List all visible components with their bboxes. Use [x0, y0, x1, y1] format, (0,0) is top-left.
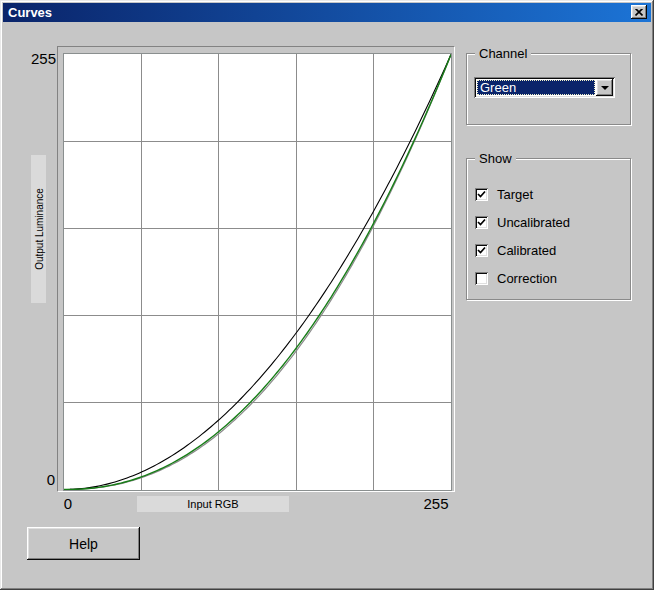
- target-checkbox[interactable]: [475, 188, 488, 201]
- x-axis-min-tick: 0: [60, 495, 76, 512]
- close-button[interactable]: [631, 5, 647, 19]
- show-group-label: Show: [475, 151, 516, 166]
- window-title: Curves: [3, 5, 52, 20]
- x-axis-max-tick: 255: [421, 495, 451, 512]
- x-axis-label: Input RGB: [137, 496, 289, 512]
- curves-plot-svg: [64, 54, 451, 490]
- channel-dropdown[interactable]: Green: [474, 77, 615, 98]
- check-icon: [475, 216, 488, 229]
- help-button[interactable]: Help: [27, 527, 140, 560]
- curve-target: [64, 55, 451, 490]
- checkbox-row-calibrated[interactable]: Calibrated: [475, 243, 556, 257]
- uncalibrated-checkbox-label: Uncalibrated: [488, 215, 570, 230]
- titlebar[interactable]: Curves: [3, 3, 651, 22]
- curve-uncalibrated: [64, 55, 451, 490]
- show-group: Show Target Uncalibrated: [466, 158, 631, 300]
- channel-dropdown-button[interactable]: [596, 79, 613, 96]
- channel-group: Channel Green: [466, 53, 631, 125]
- y-axis-max-tick: 255: [24, 50, 56, 67]
- calibrated-checkbox-label: Calibrated: [488, 243, 556, 258]
- close-icon: [635, 9, 643, 16]
- uncalibrated-checkbox[interactable]: [475, 216, 488, 229]
- curves-dialog: Curves 255 0 0 255 Output Luminance Inpu…: [0, 0, 654, 590]
- channel-group-label: Channel: [475, 46, 531, 61]
- target-checkbox-label: Target: [488, 187, 533, 202]
- correction-checkbox-label: Correction: [488, 271, 557, 286]
- checkbox-row-target[interactable]: Target: [475, 187, 533, 201]
- check-icon: [475, 244, 488, 257]
- y-axis-min-tick: 0: [38, 471, 55, 488]
- checkbox-row-correction[interactable]: Correction: [475, 271, 557, 285]
- plot-area[interactable]: [63, 53, 452, 491]
- y-axis-label: Output Luminance: [31, 155, 46, 303]
- check-icon: [475, 188, 488, 201]
- curve-calibrated: [64, 55, 451, 490]
- calibrated-checkbox[interactable]: [475, 244, 488, 257]
- correction-checkbox[interactable]: [475, 272, 488, 285]
- checkbox-row-uncalibrated[interactable]: Uncalibrated: [475, 215, 570, 229]
- chevron-down-icon: [601, 86, 609, 90]
- channel-selected-value: Green: [477, 80, 595, 95]
- curves-chart: [57, 46, 455, 492]
